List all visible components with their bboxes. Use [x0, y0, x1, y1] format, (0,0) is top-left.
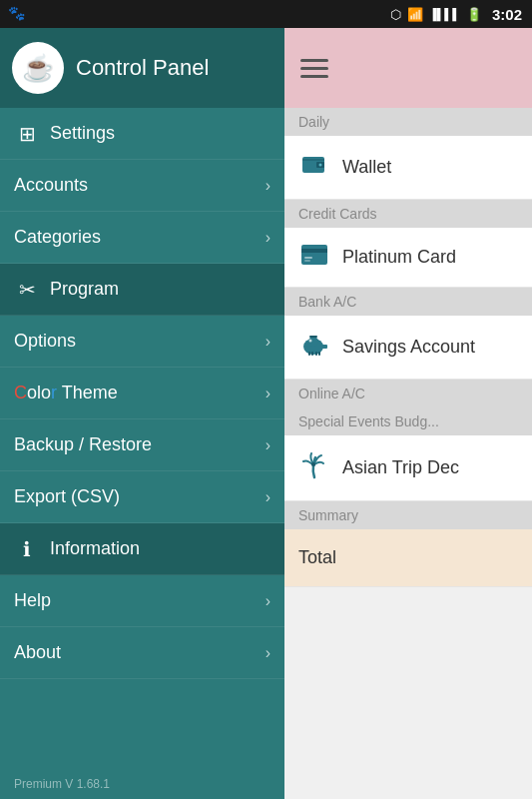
section-header-special-events: Special Events Budg... [284, 407, 532, 435]
account-item-total[interactable]: Total [284, 529, 532, 587]
piggy-bank-icon [298, 330, 330, 365]
time-display: 3:02 [492, 6, 522, 23]
svg-rect-3 [302, 159, 324, 161]
accounts-label: Accounts [14, 175, 88, 196]
account-item-wallet[interactable]: Wallet [284, 136, 532, 200]
svg-rect-15 [308, 352, 310, 356]
credit-card-icon [298, 242, 330, 273]
section-header-bank: Bank A/C [284, 288, 532, 316]
menu-item-program[interactable]: ✂ Program [0, 264, 284, 316]
svg-point-10 [309, 340, 312, 343]
svg-rect-12 [309, 336, 317, 338]
menu-item-settings[interactable]: ⊞ Settings [0, 108, 284, 160]
savings-account-label: Savings Account [342, 337, 475, 358]
menu-item-categories[interactable]: Categories › [0, 212, 284, 264]
menu-item-options[interactable]: Options › [0, 316, 284, 368]
chevron-icon: › [266, 592, 270, 610]
platinum-card-label: Platinum Card [342, 247, 456, 268]
signal-icon: ▐▌▌▌ [429, 8, 460, 20]
menu-item-help[interactable]: Help › [0, 575, 284, 627]
menu-item-backup-restore[interactable]: Backup / Restore › [0, 419, 284, 471]
svg-rect-11 [321, 345, 327, 349]
section-header-online: Online A/C [284, 380, 532, 407]
menu-item-export-csv[interactable]: Export (CSV) › [0, 471, 284, 523]
svg-rect-6 [304, 257, 312, 259]
hamburger-line [300, 67, 328, 70]
section-header-credit-cards: Credit Cards [284, 200, 532, 228]
account-item-savings[interactable]: Savings Account [284, 316, 532, 380]
panel-header: ☕ Control Panel [0, 28, 284, 108]
hamburger-line [300, 75, 328, 78]
wallet-icon [298, 150, 330, 185]
hamburger-line [300, 59, 328, 62]
menu-item-accounts[interactable]: Accounts › [0, 160, 284, 212]
wallet-label: Wallet [342, 157, 391, 178]
account-item-platinum-card[interactable]: Platinum Card [284, 228, 532, 288]
menu-item-information[interactable]: ℹ Information [0, 523, 284, 575]
hamburger-menu-button[interactable] [300, 59, 328, 78]
export-csv-label: Export (CSV) [14, 486, 120, 507]
right-accounts-panel: Daily Wallet Credit Cards [284, 28, 532, 799]
settings-label: Settings [50, 123, 115, 144]
asian-trip-label: Asian Trip Dec [342, 457, 459, 478]
program-label: Program [50, 279, 119, 300]
svg-rect-5 [301, 249, 327, 253]
chevron-icon: › [266, 333, 270, 351]
svg-rect-7 [304, 260, 310, 262]
section-header-summary: Summary [284, 501, 532, 529]
menu-item-color-theme[interactable]: Color Theme › [0, 368, 284, 419]
bluetooth-icon: ⬡ [390, 7, 401, 22]
menu-item-about[interactable]: About › [0, 627, 284, 679]
battery-icon: 🔋 [466, 7, 482, 22]
svg-rect-13 [311, 352, 313, 356]
svg-point-2 [319, 164, 322, 167]
information-label: Information [50, 538, 140, 559]
svg-rect-16 [318, 352, 320, 356]
section-header-daily: Daily [284, 108, 532, 136]
account-item-asian-trip[interactable]: Asian Trip Dec [284, 435, 532, 501]
panel-title: Control Panel [76, 55, 209, 81]
backup-restore-label: Backup / Restore [14, 434, 152, 455]
wifi-icon: 📶 [407, 7, 423, 22]
settings-icon: ⊞ [14, 122, 40, 146]
chevron-icon: › [266, 385, 270, 402]
chevron-icon: › [266, 177, 270, 195]
chevron-icon: › [266, 229, 270, 247]
svg-rect-4 [301, 245, 327, 265]
options-label: Options [14, 331, 76, 352]
wrench-icon: ✂ [14, 278, 40, 302]
svg-point-17 [311, 462, 315, 466]
svg-rect-14 [315, 352, 317, 356]
palm-tree-icon [298, 449, 330, 486]
chevron-icon: › [266, 436, 270, 454]
version-text: Premium V 1.68.1 [0, 769, 284, 799]
chevron-icon: › [266, 644, 270, 662]
color-theme-label: Color Theme [14, 383, 118, 403]
app-logo: ☕ [12, 42, 64, 94]
total-label: Total [298, 547, 336, 568]
categories-label: Categories [14, 227, 101, 248]
info-icon: ℹ [14, 537, 40, 561]
about-label: About [14, 642, 61, 663]
left-nav-panel: ☕ Control Panel ⊞ Settings Accounts › Ca… [0, 28, 284, 799]
right-panel-header [284, 28, 532, 108]
help-label: Help [14, 590, 51, 611]
notification-icon: 🐾 [8, 5, 25, 21]
chevron-icon: › [266, 488, 270, 506]
